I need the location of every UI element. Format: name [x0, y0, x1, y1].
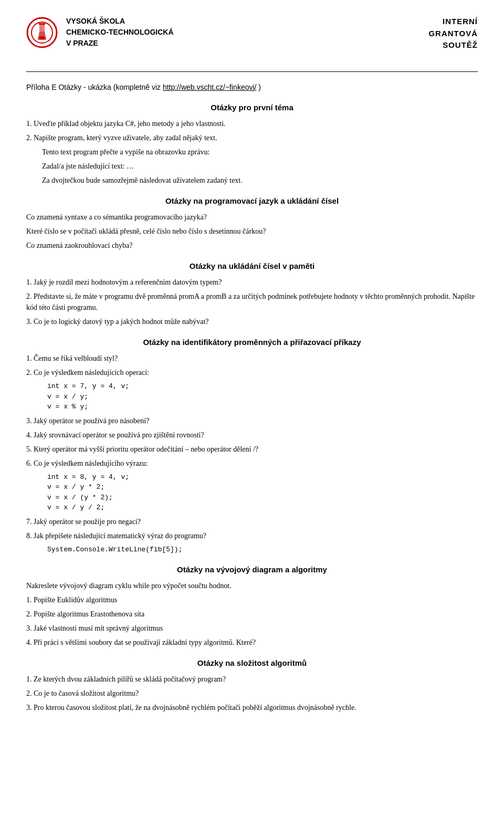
- section4-q8-code: System.Console.WriteLine(fib[5]);: [47, 545, 478, 555]
- badge-line2: GRANTOVÁ: [428, 28, 478, 40]
- section1-heading: Otázky pro první téma: [26, 102, 478, 113]
- section4-q3: 3. Jaký operátor se používá pro násobení…: [26, 415, 478, 426]
- section5-q1: 1. Popište Euklidův algoritmus: [26, 594, 478, 605]
- section1-q2-indent3: Za dvojtečkou bude samozřejmě následovat…: [26, 175, 478, 186]
- section-ukladani-cisel: Otázky na ukládání čísel v paměti 1. Jak…: [26, 260, 478, 327]
- appendix-title: Příloha E Otázky - ukázka (kompletně viz…: [26, 82, 478, 93]
- section6-q1: 1. Ze kterých dvou základních pilířů se …: [26, 674, 478, 685]
- section-programovaci-jazyk: Otázky na programovací jazyk a ukládání …: [26, 195, 478, 251]
- section1-q2-indent1: Tento text program přečte a vypíše na ob…: [26, 146, 478, 158]
- school-name-block: VYSOKÁ ŠKOLA CHEMICKO-TECHNOLOGICKÁ V PR…: [66, 16, 174, 49]
- section6-q2: 2. Co je to časová složitost algoritmu?: [26, 688, 478, 699]
- appendix-label: Příloha E Otázky - ukázka (kompletně viz: [26, 83, 163, 91]
- section-identifikatory: Otázky na identifikátory proměnných a př…: [26, 337, 478, 554]
- section4-q5: 5. Který operátor má vyšší prioritu oper…: [26, 444, 478, 455]
- section3-heading: Otázky na ukládání čísel v paměti: [26, 260, 478, 271]
- section5-q2: 2. Popište algoritmus Erastothenova síta: [26, 609, 478, 620]
- section-prvni-tema: Otázky pro první téma 1. Uveďte příklad …: [26, 102, 478, 186]
- section6-q3: 3. Pro kterou časovou složitost platí, ž…: [26, 702, 478, 713]
- header-divider: [26, 71, 478, 72]
- page: VYSOKÁ ŠKOLA CHEMICKO-TECHNOLOGICKÁ V PR…: [0, 0, 504, 827]
- section2-q3: Co znamená zaokrouhlovací chyba?: [26, 240, 478, 251]
- section-vyvojovy-diagram: Otázky na vývojový diagram a algoritmy N…: [26, 564, 478, 648]
- section1-q1: 1. Uveďte příklad objektu jazyka C#, jeh…: [26, 118, 478, 129]
- section4-q4: 4. Jaký srovnávací operátor se používá p…: [26, 430, 478, 441]
- section-slozitost: Otázky na složitost algoritmů 1. Ze kter…: [26, 657, 478, 713]
- school-line2: CHEMICKO-TECHNOLOGICKÁ: [66, 27, 174, 38]
- section4-q7: 7. Jaký operátor se použije pro negaci?: [26, 516, 478, 527]
- section5-heading: Otázky na vývojový diagram a algoritmy: [26, 564, 478, 575]
- header-left: VYSOKÁ ŠKOLA CHEMICKO-TECHNOLOGICKÁ V PR…: [26, 16, 174, 49]
- header-badge: INTERNÍ GRANTOVÁ SOUTĚŽ: [428, 16, 478, 51]
- appendix-url[interactable]: http://web.vscht.cz/~finkeovj/: [163, 83, 257, 91]
- section2-q1: Co znamená syntaxe a co sémantika progra…: [26, 212, 478, 223]
- svg-rect-4: [39, 25, 45, 32]
- section4-q6-code: int x = 8, y = 4, v; v = x / y * 2; v = …: [47, 472, 478, 513]
- section1-q2: 2. Napište program, který vyzve uživatel…: [26, 132, 478, 143]
- school-line1: VYSOKÁ ŠKOLA: [66, 16, 174, 27]
- section3-q3: 3. Co je to logický datový typ a jakých …: [26, 316, 478, 327]
- section5-q3: 3. Jaké vlastnosti musí mít správný algo…: [26, 623, 478, 634]
- section4-q2-code: int x = 7, y = 4, v; v = x / y; v = x % …: [47, 381, 478, 412]
- section4-q8: 8. Jak přepíšete následující matematický…: [26, 530, 478, 541]
- appendix-suffix: ): [256, 83, 261, 91]
- svg-rect-2: [39, 23, 45, 25]
- section3-q2: 2. Představte si, že máte v programu dvě…: [26, 291, 478, 313]
- badge-line1: INTERNÍ: [428, 16, 478, 28]
- section1-q2-indent2: Zadal/a jste následující text: …: [26, 161, 478, 172]
- svg-point-5: [38, 36, 46, 39]
- header: VYSOKÁ ŠKOLA CHEMICKO-TECHNOLOGICKÁ V PR…: [26, 16, 478, 57]
- badge-line3: SOUTĚŽ: [428, 39, 478, 51]
- section6-heading: Otázky na složitost algoritmů: [26, 657, 478, 668]
- section3-q1: 1. Jaký je rozdíl mezi hodnotovým a refe…: [26, 277, 478, 288]
- section4-q6-prefix: 6. Co je výsledkem následujícího výrazu:: [26, 458, 478, 469]
- section4-heading: Otázky na identifikátory proměnných a př…: [26, 337, 478, 348]
- section5-q4: 4. Při práci s většími soubory dat se po…: [26, 637, 478, 648]
- section4-q1: 1. Čemu se říká velbloudí styl?: [26, 353, 478, 364]
- section5-intro: Nakreslete vývojový diagram cyklu while …: [26, 580, 478, 591]
- school-line3: V PRAZE: [66, 38, 174, 49]
- section2-heading: Otázky na programovací jazyk a ukládání …: [26, 195, 478, 206]
- school-logo: [26, 17, 58, 48]
- section2-q2: Které číslo se v počítači ukládá přesně,…: [26, 226, 478, 237]
- section4-q2-prefix: 2. Co je výsledkem následujících operací…: [26, 367, 478, 378]
